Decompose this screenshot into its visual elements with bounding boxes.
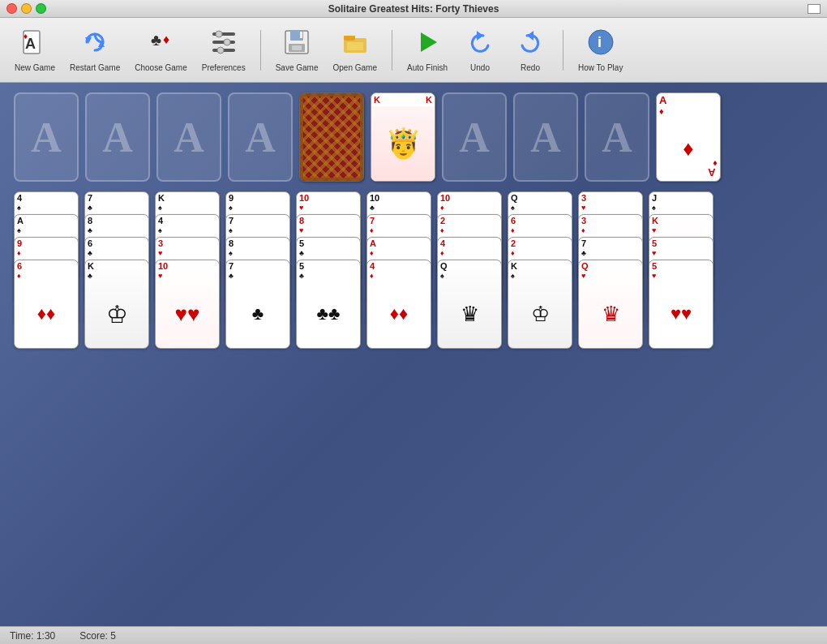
- tableau-col-8[interactable]: Q ♠ ♛ 6 ♦ ♦ 2 ♦ ♦ K ♠ ♔: [508, 191, 572, 410]
- foundation-slot-4[interactable]: A: [228, 92, 293, 182]
- new-game-label: New Game: [15, 63, 55, 72]
- card-4d-col6[interactable]: 4 ♦ ♦♦: [366, 260, 431, 349]
- svg-marker-22: [421, 32, 437, 52]
- foundation-slot-9[interactable]: A: [585, 92, 649, 182]
- king-header: K K: [371, 93, 435, 106]
- card-q-col7[interactable]: Q ♠ ♛: [437, 260, 502, 349]
- window-buttons: [6, 3, 46, 14]
- svg-point-10: [216, 31, 222, 37]
- preferences-icon: [209, 28, 238, 61]
- card-back-pattern: [300, 93, 363, 181]
- card-6d-col1[interactable]: 6 ♦ ♦♦: [14, 260, 79, 349]
- new-game-icon: A ♦: [20, 28, 49, 61]
- foundation-slot-8-label: A: [530, 114, 561, 161]
- svg-rect-20: [344, 36, 355, 41]
- svg-point-11: [224, 39, 230, 45]
- toolbar-separator-2: [392, 30, 392, 71]
- redo-button[interactable]: Redo: [506, 24, 555, 75]
- svg-text:♦: ♦: [24, 32, 28, 41]
- svg-rect-21: [347, 42, 363, 50]
- save-game-label: Save Game: [276, 63, 319, 72]
- svg-text:♣: ♣: [151, 31, 161, 49]
- new-game-button[interactable]: A ♦ New Game: [8, 24, 62, 75]
- card-qh-col9[interactable]: Q ♥ ♛: [578, 260, 643, 349]
- tableau-col-10[interactable]: J ♠ ♠ K ♥ ♔ 5 ♥ ♥ 5 ♥ ♥♥: [649, 191, 713, 410]
- choose-game-label: Choose Game: [135, 63, 186, 72]
- foundation-slot-2-label: A: [102, 114, 133, 161]
- auto-finish-label: Auto Finish: [407, 63, 448, 72]
- undo-button[interactable]: Undo: [456, 24, 504, 75]
- ace-of-diamonds[interactable]: A ♦ ♦ ♦ A: [656, 92, 721, 182]
- svg-marker-24: [527, 31, 533, 41]
- restart-game-button[interactable]: Restart Game: [63, 24, 126, 75]
- preferences-button[interactable]: Preferences: [195, 24, 252, 75]
- preferences-label: Preferences: [202, 63, 246, 72]
- foundation-slot-3-label: A: [174, 114, 204, 161]
- open-game-button[interactable]: Open Game: [326, 24, 383, 75]
- minimize-button[interactable]: [21, 3, 32, 14]
- king-suit-right: K: [426, 95, 432, 105]
- toolbar-separator-3: [563, 30, 563, 71]
- king-rank-left: K: [374, 95, 380, 105]
- choose-game-icon: ♣ ♦: [147, 28, 176, 61]
- score-display: Score: 5: [79, 630, 116, 642]
- tableau-col-3[interactable]: K ♠ ♠ 4 ♠ ♠ 3 ♥ ♥ 10 ♥ ♥♥: [155, 191, 220, 410]
- foundation-slot-9-label: A: [602, 114, 632, 161]
- tableau-col-4[interactable]: 9 ♠ ♠ 7 ♠ ♠ 8 ♠ ♠ 7 ♣ ♣: [225, 191, 290, 410]
- tableau-col-1[interactable]: 4 ♠ ♠ A ♠ ♠ 9 ♦ ♦ 6 ♦ ♦♦: [14, 191, 79, 410]
- foundation-slot-1[interactable]: A: [14, 92, 79, 182]
- open-game-icon: [341, 28, 370, 61]
- svg-point-12: [217, 47, 224, 54]
- window-title: Solitaire Greatest Hits: Forty Thieves: [328, 3, 499, 15]
- tableau-col-6[interactable]: 10 ♣ ♣ 7 ♦ ♦ A ♦ ♦ 4 ♦ ♦♦: [366, 191, 431, 410]
- card-ks-col8[interactable]: K ♠ ♔: [508, 260, 572, 349]
- svg-text:i: i: [598, 34, 602, 50]
- game-area: A A A A K K 🤴 A: [0, 83, 827, 626]
- ace-rank-top: A: [657, 93, 720, 107]
- king-face: 🤴: [385, 127, 422, 161]
- foundation-slot-7-label: A: [459, 114, 490, 161]
- foundation-slot-3[interactable]: A: [156, 92, 221, 182]
- toolbar-separator-1: [260, 30, 261, 71]
- how-to-play-button[interactable]: i How To Play: [572, 24, 629, 75]
- foundation-king[interactable]: K K 🤴: [371, 92, 435, 182]
- ace-suit-top: ♦: [657, 107, 720, 116]
- redo-icon: [516, 28, 545, 61]
- tableau-col-7[interactable]: 10 ♦ ♦ 2 ♦ ♦ 4 ♦ ♦♦ Q ♠ ♛: [437, 191, 502, 410]
- foundation-slot-1-label: A: [31, 114, 62, 161]
- svg-text:♦: ♦: [163, 32, 169, 46]
- svg-rect-17: [300, 32, 302, 38]
- foundation-slot-2[interactable]: A: [85, 92, 150, 182]
- card-5c-col5b[interactable]: 5 ♣ ♣♣: [296, 260, 361, 349]
- foundation-slot-4-label: A: [245, 114, 276, 161]
- time-display: Time: 1:30: [10, 630, 55, 642]
- svg-marker-23: [477, 31, 483, 41]
- foundation-slot-7[interactable]: A: [442, 92, 507, 182]
- tableau-col-5[interactable]: 10 ♥ ♥ 8 ♥ ♥ 5 ♣ ♣♣ 5 ♣ ♣♣: [296, 191, 361, 410]
- save-game-button[interactable]: Save Game: [269, 24, 325, 75]
- undo-icon: [465, 28, 495, 61]
- card-5s-col10[interactable]: 5 ♥ ♥♥: [649, 260, 713, 349]
- stock-pile[interactable]: [299, 92, 364, 182]
- card-kc[interactable]: K ♣ ♔: [84, 260, 149, 349]
- toolbar: A ♦ New Game Restart Game ♣ ♦ Choose Gam…: [0, 18, 827, 83]
- tableau-col-9[interactable]: 3 ♥ ♥ 3 ♦ ♦ 7 ♣ ♣ Q ♥ ♛: [578, 191, 643, 410]
- maximize-button[interactable]: [36, 3, 46, 14]
- statusbar: Time: 1:30 Score: 5: [0, 626, 827, 644]
- restart-game-label: Restart Game: [70, 63, 120, 72]
- foundation-row: A A A A K K 🤴 A: [10, 92, 817, 182]
- open-game-label: Open Game: [332, 63, 376, 72]
- titlebar: Solitaire Greatest Hits: Forty Thieves: [0, 0, 827, 18]
- how-to-play-icon: i: [586, 28, 615, 61]
- foundation-slot-8[interactable]: A: [513, 92, 578, 182]
- restart-game-icon: [80, 28, 109, 61]
- choose-game-button[interactable]: ♣ ♦ Choose Game: [128, 24, 193, 75]
- close-button[interactable]: [6, 3, 17, 14]
- tableau-col-2[interactable]: 7 ♣ ♣ 8 ♣ ♣ 6 ♣ ♣ K ♣ ♔: [84, 191, 149, 410]
- how-to-play-label: How To Play: [578, 63, 623, 72]
- undo-label: Undo: [470, 63, 490, 72]
- auto-finish-icon: [413, 28, 442, 61]
- card-10h[interactable]: 10 ♥ ♥♥: [155, 260, 220, 349]
- auto-finish-button[interactable]: Auto Finish: [401, 24, 454, 75]
- card-7c-col4[interactable]: 7 ♣ ♣: [225, 260, 290, 349]
